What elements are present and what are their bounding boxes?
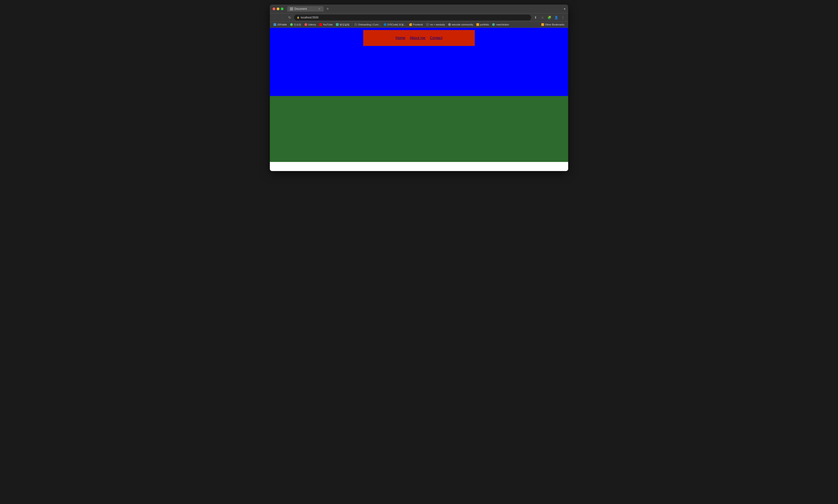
onboarding-favicon-icon	[354, 23, 357, 26]
bookmarks-bar: JSFiddle 인프런 Udemy YouTube 뱅킹달럼 Onboardi…	[270, 21, 568, 28]
bookmark-udemy-label: Udemy	[308, 23, 316, 26]
portfolio-folder-icon	[476, 23, 479, 26]
bookmark-wechicken[interactable]: >wechicken	[491, 23, 510, 26]
bookmark-youtube-label: YouTube	[323, 23, 333, 26]
westudy-favicon-icon	[426, 23, 429, 26]
refresh-button[interactable]: ↻	[287, 15, 293, 20]
nav-link-home[interactable]: Home	[396, 36, 405, 40]
bookmark-westudy[interactable]: >w > westudy	[425, 23, 446, 26]
tab-close-button[interactable]: ✕	[318, 7, 321, 11]
profile-button[interactable]: 👤	[553, 15, 559, 20]
nav-actions: ⬆ ☆ 🧩 👤 ⋮	[533, 15, 566, 20]
bookmark-vscode-label: [VSCode] 유용...	[387, 23, 406, 26]
frontend-folder-icon	[409, 23, 412, 26]
nav-link-about[interactable]: About me	[410, 36, 425, 40]
bookmark-inflearn[interactable]: 인프런	[289, 22, 303, 27]
bookmark-banking[interactable]: 뱅킹달럼	[335, 22, 351, 27]
bookmark-youtube[interactable]: YouTube	[318, 23, 334, 26]
bookmark-wecode-label: wecode community	[452, 23, 473, 26]
bookmark-portfolio-label: portfolio	[480, 23, 489, 26]
bookmark-wechicken-label: >wechicken	[496, 23, 509, 26]
menu-button[interactable]: ⋮	[560, 15, 566, 20]
share-button[interactable]: ⬆	[533, 15, 538, 20]
back-button[interactable]: ←	[272, 15, 278, 20]
wecode-favicon-icon	[448, 23, 451, 26]
nav-bar: ← → ↻ 🔒 localhost:5500 ⬆ ☆ 🧩 👤 ⋮	[270, 13, 568, 21]
bookmark-separator-1	[352, 23, 352, 26]
bookmark-onboarding-label: Onboarding | Curri...	[358, 23, 380, 26]
youtube-favicon-icon	[319, 23, 322, 26]
inflearn-favicon-icon	[290, 23, 293, 26]
extensions-button[interactable]: 🧩	[546, 15, 552, 20]
bookmark-inflearn-label: 인프런	[294, 23, 301, 26]
minimize-button[interactable]	[277, 7, 279, 10]
webpage-content: Home About me Contact	[270, 28, 568, 171]
title-bar: Document ✕ + ▾	[270, 4, 568, 13]
tab-title: Document	[294, 7, 316, 11]
blue-section: Home About me Contact	[270, 28, 568, 96]
tab-bar: Document ✕ +	[287, 6, 562, 12]
maximize-button[interactable]	[281, 7, 284, 10]
green-section	[270, 96, 568, 162]
bookmark-udemy[interactable]: Udemy	[303, 23, 318, 26]
vscode-favicon-icon	[384, 23, 387, 26]
address-bar[interactable]: 🔒 localhost:5500	[294, 15, 531, 20]
address-text: localhost:5500	[301, 16, 529, 19]
bookmark-banking-label: 뱅킹달럼	[340, 23, 349, 26]
bookmark-button[interactable]: ☆	[540, 15, 545, 20]
traffic-lights	[273, 7, 284, 10]
bookmark-onboarding[interactable]: Onboarding | Curri...	[353, 23, 382, 26]
bookmark-vscode[interactable]: [VSCode] 유용...	[382, 22, 407, 27]
lock-icon: 🔒	[297, 16, 300, 19]
forward-button[interactable]: →	[279, 15, 285, 20]
wechicken-favicon-icon	[492, 23, 495, 26]
new-tab-button[interactable]: +	[325, 6, 331, 12]
bookmark-portfolio[interactable]: portfolio	[475, 23, 490, 26]
active-tab[interactable]: Document ✕	[287, 6, 324, 12]
jsfiddle-favicon-icon	[273, 23, 276, 26]
bookmark-frontend[interactable]: Frontend	[408, 23, 424, 26]
other-bookmarks-label: Other Bookmarks	[545, 23, 565, 26]
bookmark-westudy-label: >w > westudy	[430, 23, 445, 26]
bookmark-jsfiddle-label: JSFiddle	[277, 23, 287, 26]
banking-favicon-icon	[336, 23, 339, 26]
other-bookmarks-folder-icon	[541, 23, 544, 26]
red-nav: Home About me Contact	[363, 30, 475, 46]
udemy-favicon-icon	[305, 23, 307, 26]
title-bar-dropdown[interactable]: ▾	[564, 7, 565, 11]
bookmark-frontend-label: Frontend	[413, 23, 423, 26]
nav-link-contact[interactable]: Contact	[430, 36, 442, 40]
browser-window: Document ✕ + ▾ ← → ↻ 🔒 localhost:5500 ⬆ …	[270, 4, 568, 171]
bookmark-jsfiddle[interactable]: JSFiddle	[272, 23, 288, 26]
close-button[interactable]	[273, 7, 275, 10]
tab-favicon-icon	[290, 7, 293, 11]
bookmark-wecode[interactable]: wecode community	[447, 23, 475, 26]
white-section	[270, 162, 568, 171]
other-bookmarks[interactable]: Other Bookmarks	[540, 23, 566, 26]
